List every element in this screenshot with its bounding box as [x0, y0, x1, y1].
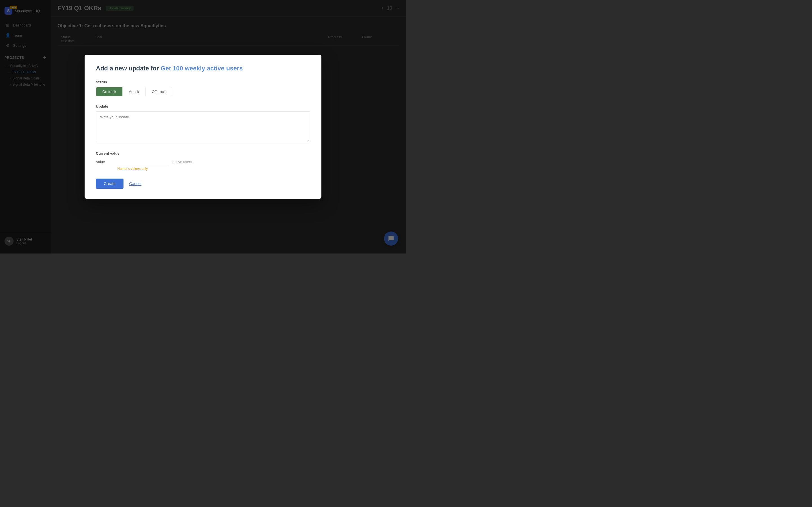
update-section: Update [96, 104, 310, 144]
cancel-button[interactable]: Cancel [129, 181, 142, 186]
value-input[interactable] [117, 158, 168, 165]
update-label: Update [96, 104, 310, 108]
modal-title: Add a new update for Get 100 weekly acti… [96, 65, 310, 72]
modal-dialog: Add a new update for Get 100 weekly acti… [85, 55, 321, 199]
status-on-track-button[interactable]: On track [96, 87, 123, 96]
modal-title-prefix: Add a new update for [96, 65, 161, 72]
value-unit: active users [172, 160, 192, 164]
value-row: Value active users [96, 158, 310, 165]
status-label: Status [96, 80, 310, 84]
action-row: Create Cancel [96, 179, 310, 189]
current-value-label: Current value [96, 151, 310, 156]
status-at-risk-button[interactable]: At risk [123, 87, 146, 96]
modal-title-link: Get 100 weekly active users [161, 65, 243, 72]
status-section: Status On track At risk Off track [96, 80, 310, 96]
status-off-track-button[interactable]: Off track [146, 87, 172, 96]
update-textarea[interactable] [96, 111, 310, 142]
value-label: Value [96, 160, 113, 164]
status-button-group: On track At risk Off track [96, 87, 172, 96]
create-button[interactable]: Create [96, 179, 123, 189]
modal-overlay: Add a new update for Get 100 weekly acti… [0, 0, 406, 253]
current-value-section: Current value Value active users Numeric… [96, 151, 310, 171]
numeric-hint: Numeric values only [117, 167, 310, 171]
